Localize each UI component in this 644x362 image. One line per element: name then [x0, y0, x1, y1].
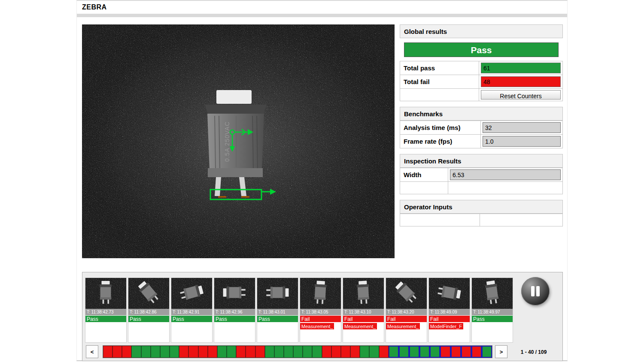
history-segment[interactable]: [170, 346, 179, 358]
thumbnail-image: [472, 278, 513, 309]
history-segment[interactable]: [265, 346, 274, 358]
history-segment[interactable]: [322, 346, 331, 358]
history-segment[interactable]: [103, 346, 112, 358]
reset-counters-button[interactable]: Reset Counters: [481, 90, 561, 100]
thumbnail-timestamp: T: 11:38:43.20: [386, 309, 427, 315]
operator-input-cell-2[interactable]: [480, 214, 562, 226]
thumbnail-status-badge: Fail: [300, 316, 341, 322]
thumbnail-fail-detail: Measurement_: [300, 323, 334, 329]
prev-page-button[interactable]: <: [86, 345, 98, 358]
thumbnail-status-badge: Pass: [257, 316, 298, 322]
thumbnail-cell[interactable]: T: 11:38:42.73 Pass: [85, 278, 127, 343]
global-results-title: Global results: [400, 24, 563, 38]
history-segment[interactable]: [461, 346, 471, 358]
camera-view: 0.5A 250VAC: [82, 24, 395, 258]
operator-input-cell-1[interactable]: [400, 214, 480, 226]
thumbnail-image: [171, 278, 212, 309]
thumbnail-cell[interactable]: T: 11:38:42.91 Pass: [171, 278, 213, 343]
thumbnail-fail-detail: Measurement_: [343, 323, 377, 329]
thumbnail-cell[interactable]: T: 11:38:43.05 Fail Measurement_: [300, 278, 341, 343]
history-segment[interactable]: [312, 346, 322, 358]
operator-inputs-section: Operator Inputs: [400, 200, 563, 226]
benchmarks-section: Benchmarks Analysis time (ms) 32 Frame r…: [400, 107, 563, 148]
history-segment[interactable]: [379, 346, 389, 358]
frame-rate-value: 1.0: [483, 136, 561, 147]
history-segment[interactable]: [389, 346, 399, 358]
history-segment[interactable]: [440, 346, 450, 358]
zebra-logo: ZEBRA: [82, 3, 107, 11]
thumbnail-cell[interactable]: T: 11:38:43.10 Fail Measurement_: [343, 278, 384, 343]
thumbnail-status-badge: Pass: [128, 316, 169, 322]
history-strip: [103, 345, 492, 358]
history-segment[interactable]: [350, 346, 360, 358]
history-segment[interactable]: [419, 346, 430, 358]
history-segment[interactable]: [151, 346, 160, 358]
app-window: ZEBRA 0.5A 250VAC: [76, 0, 568, 361]
history-segment[interactable]: [179, 346, 188, 358]
history-segment[interactable]: [255, 346, 265, 358]
history-segment[interactable]: [274, 346, 284, 358]
analysis-time-row: Analysis time (ms) 32: [400, 121, 562, 135]
total-fail-value: 48: [481, 76, 561, 87]
history-segment[interactable]: [227, 346, 236, 358]
width-label: Width: [400, 168, 448, 181]
history-segment[interactable]: [188, 346, 198, 358]
history-segment[interactable]: [399, 346, 409, 358]
history-segment[interactable]: [331, 346, 341, 358]
history-segment[interactable]: [131, 346, 141, 358]
global-results-section: Global results Pass Total pass 61 Total …: [400, 24, 563, 101]
thumbnail-timestamp: T: 11:38:42.96: [214, 309, 255, 315]
history-segment[interactable]: [482, 346, 492, 358]
history-segment[interactable]: [369, 346, 379, 358]
thumbnail-cell[interactable]: T: 11:38:49.09 Fail ModelFinder_F: [428, 278, 470, 343]
history-segment[interactable]: [236, 346, 246, 358]
history-segment[interactable]: [360, 346, 369, 358]
thumbnail-timestamp: T: 11:38:49.09: [429, 309, 470, 315]
inspection-results-section: Inspection Results Width 6.53: [400, 154, 563, 194]
pause-icon: [531, 286, 535, 296]
history-segment[interactable]: [141, 346, 151, 358]
results-panel: Global results Pass Total pass 61 Total …: [400, 24, 563, 232]
history-segment[interactable]: [208, 346, 217, 358]
thumbnail-cell[interactable]: T: 11:38:42.96 Pass: [214, 278, 255, 343]
thumbnail-image: [429, 278, 470, 309]
operator-inputs-title: Operator Inputs: [400, 200, 563, 214]
operator-inputs-row: [400, 214, 562, 226]
history-segment[interactable]: [112, 346, 122, 358]
history-segment[interactable]: [409, 346, 419, 358]
history-segment[interactable]: [451, 346, 461, 358]
inspection-image: 0.5A 250VAC: [82, 24, 395, 258]
next-page-button[interactable]: >: [495, 345, 507, 358]
thumbnail-cell[interactable]: T: 11:38:43.01 Pass: [257, 278, 298, 343]
analysis-time-value: 32: [483, 122, 561, 133]
history-segment[interactable]: [160, 346, 170, 358]
history-segment[interactable]: [284, 346, 293, 358]
thumbnail-cell[interactable]: T: 11:38:49.97 Pass: [471, 278, 513, 343]
thumbnail-status-badge: Pass: [85, 316, 126, 322]
thumbnail-image: [343, 278, 384, 309]
history-segment[interactable]: [198, 346, 208, 358]
thumbnail-row: T: 11:38:42.73 Pass T: 11:38:42.86 Pass: [85, 278, 514, 343]
thumbnail-cell[interactable]: T: 11:38:43.20 Fail Measurement_: [386, 278, 427, 343]
total-pass-row: Total pass 61: [400, 61, 562, 75]
history-segment[interactable]: [471, 346, 482, 358]
history-segment[interactable]: [217, 346, 227, 358]
history-segment[interactable]: [430, 346, 440, 358]
pause-button[interactable]: [521, 277, 550, 305]
history-segment[interactable]: [341, 346, 350, 358]
thumbnail-cell[interactable]: T: 11:38:42.86 Pass: [128, 278, 170, 343]
history-segment[interactable]: [293, 346, 303, 358]
thumbnail-timestamp: T: 11:38:43.10: [343, 309, 384, 315]
reset-counters-row: Reset Counters: [400, 89, 562, 101]
inspection-results-title: Inspection Results: [400, 154, 563, 168]
reset-row-spacer: [400, 89, 479, 101]
history-segment[interactable]: [303, 346, 312, 358]
thumbnail-status-badge: Fail: [429, 316, 470, 322]
thumbnail-fail-detail: ModelFinder_F: [429, 323, 463, 329]
thumbnail-image: [386, 278, 427, 309]
thumbnail-timestamp: T: 11:38:42.86: [128, 309, 169, 315]
history-segment[interactable]: [122, 346, 131, 358]
inspection-empty-value: [448, 182, 562, 194]
history-segment[interactable]: [246, 346, 255, 358]
benchmarks-title: Benchmarks: [400, 107, 563, 121]
